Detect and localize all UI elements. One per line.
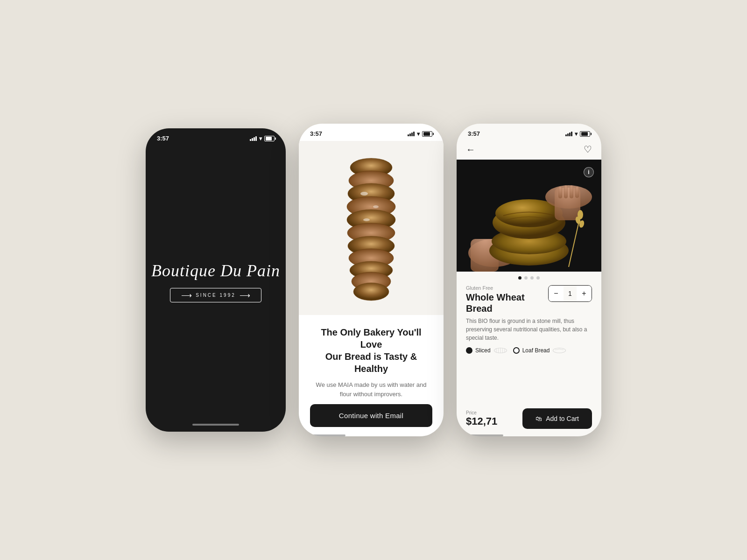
bread-image-area	[299, 141, 444, 315]
price-label: Price	[466, 410, 497, 415]
battery-icon-3	[580, 131, 590, 137]
svg-point-11	[360, 192, 368, 196]
status-icons-1: ▾	[250, 135, 275, 142]
variant-loaf[interactable]: Loaf Bread	[513, 347, 567, 354]
svg-point-12	[373, 205, 379, 208]
svg-rect-24	[564, 185, 568, 198]
brand-center: Boutique Du Pain ⟵ SINCE 1992 ⟶	[146, 146, 286, 418]
favorite-button[interactable]: ♡	[584, 144, 592, 155]
product-meta: Gluten Free Whole Wheat Bread	[466, 285, 548, 314]
home-indicator-3	[457, 434, 601, 436]
price-cart-row: Price $12,71 🛍 Add to Cart	[457, 405, 601, 434]
phones-container: 3:57 ▾ Boutique Du Pain ⟵ SINCE 1992	[146, 124, 601, 436]
brand-logo: Boutique Du Pain	[151, 261, 280, 281]
product-name: Whole Wheat Bread	[466, 292, 548, 314]
product-bread-image	[457, 160, 601, 272]
svg-point-37	[553, 348, 566, 353]
price-value: $12,71	[466, 415, 497, 427]
status-time-3: 3:57	[468, 130, 480, 137]
sliced-bread-icon	[493, 347, 507, 354]
add-to-cart-label: Add to Cart	[546, 415, 579, 422]
info-icon[interactable]: i	[584, 167, 594, 177]
status-time-1: 3:57	[157, 135, 169, 142]
status-icons-3: ▾	[565, 131, 590, 137]
sliced-bread-image	[338, 154, 404, 303]
onboarding-headline: The Only Bakery You'll Love Our Bread is…	[310, 326, 432, 375]
battery-icon-1	[264, 136, 275, 141]
home-bar-3	[457, 434, 503, 436]
dot-3[interactable]	[530, 276, 534, 280]
product-nav-bar: ← ♡	[457, 141, 601, 160]
variant-sliced[interactable]: Sliced	[466, 347, 507, 354]
battery-icon-2	[422, 131, 432, 137]
phone-splash: 3:57 ▾ Boutique Du Pain ⟵ SINCE 1992	[146, 128, 286, 432]
svg-rect-25	[570, 185, 573, 198]
image-dot-indicators	[457, 272, 601, 282]
svg-point-10	[353, 283, 389, 301]
brand-tagline: ⟵ SINCE 1992 ⟶	[170, 288, 261, 302]
quantity-value: 1	[564, 290, 577, 297]
svg-rect-26	[575, 187, 579, 198]
price-section: Price $12,71	[466, 410, 497, 427]
status-bar-3: 3:57 ▾	[457, 124, 601, 141]
tagline-text: SINCE 1992	[196, 293, 236, 298]
home-bar-2	[299, 434, 345, 436]
home-indicator-2	[299, 434, 444, 436]
product-description: This BIO flour is ground in a stone mill…	[466, 317, 592, 342]
variant-selector: Sliced Loaf Bread	[466, 347, 592, 354]
status-icons-2: ▾	[408, 131, 432, 137]
home-indicator-1	[146, 418, 286, 432]
status-time-2: 3:57	[310, 130, 322, 137]
wifi-icon-1: ▾	[259, 135, 262, 142]
signal-icon-1	[250, 136, 257, 141]
onboarding-subtext: We use MAIA made by us with water and fl…	[310, 380, 432, 399]
quantity-decrease-button[interactable]: −	[549, 286, 564, 301]
onboarding-content: The Only Bakery You'll Love Our Bread is…	[299, 315, 444, 434]
dot-4[interactable]	[536, 276, 540, 280]
gluten-free-badge: Gluten Free	[466, 285, 548, 291]
variant-loaf-label: Loaf Bread	[522, 347, 550, 354]
signal-icon-3	[565, 132, 572, 136]
quantity-increase-button[interactable]: +	[577, 286, 592, 301]
svg-rect-23	[558, 187, 562, 198]
signal-icon-2	[408, 132, 415, 136]
loaf-bread-icon	[552, 347, 566, 354]
rolling-pin-right-icon: ⟶	[240, 291, 252, 300]
dot-2[interactable]	[524, 276, 528, 280]
status-bar-1: 3:57 ▾	[146, 128, 286, 146]
add-to-cart-button[interactable]: 🛍 Add to Cart	[522, 408, 592, 429]
status-bar-2: 3:57 ▾	[299, 124, 444, 141]
svg-point-13	[363, 218, 370, 221]
wifi-icon-3: ▾	[575, 131, 578, 137]
product-image-area: i	[457, 160, 601, 272]
quantity-control: − 1 +	[548, 285, 592, 302]
cart-icon: 🛍	[536, 415, 542, 422]
phone-onboarding: 3:57 ▾	[299, 124, 444, 436]
phone-product: 3:57 ▾ ← ♡	[457, 124, 601, 436]
dot-1[interactable]	[518, 276, 521, 280]
rolling-pin-left-icon: ⟵	[180, 291, 192, 300]
home-bar-1	[192, 424, 239, 426]
wifi-icon-2: ▾	[417, 131, 420, 137]
radio-loaf	[513, 347, 520, 354]
radio-sliced	[466, 347, 472, 354]
variant-sliced-label: Sliced	[475, 347, 491, 354]
continue-email-button[interactable]: Continue with Email	[310, 404, 432, 427]
back-button[interactable]: ←	[466, 144, 475, 155]
product-header: Gluten Free Whole Wheat Bread − 1 +	[466, 285, 592, 314]
product-info: Gluten Free Whole Wheat Bread − 1 + This…	[457, 282, 601, 405]
